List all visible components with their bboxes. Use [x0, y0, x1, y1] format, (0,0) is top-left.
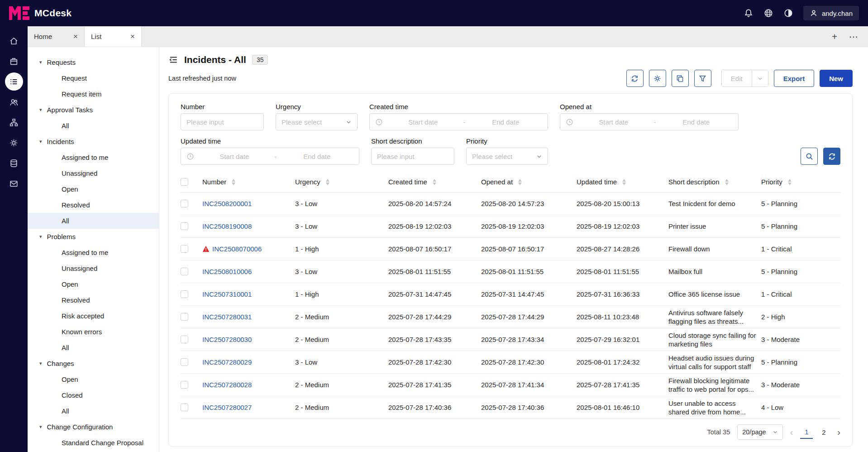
nav-item[interactable]: ▾ Problems [28, 229, 159, 245]
table-row[interactable]: INC2507280027 2 - Medium 2025-07-28 17:4… [181, 396, 840, 419]
sort-icon[interactable] [622, 179, 626, 185]
sort-icon[interactable] [326, 179, 329, 185]
tab[interactable]: Home × [28, 26, 85, 47]
sort-icon[interactable] [232, 179, 235, 185]
row-checkbox[interactable] [181, 268, 188, 275]
column-settings-button[interactable] [649, 70, 666, 87]
page-size-select[interactable]: 20/page [737, 424, 782, 440]
nav-item[interactable]: ▾ Change Configuration [28, 419, 159, 435]
sort-icon[interactable] [725, 179, 729, 185]
filter-opened-range[interactable]: Start date - End date [560, 113, 739, 130]
column-header-urgency[interactable]: Urgency [295, 178, 388, 186]
column-header-created[interactable]: Created time [388, 178, 481, 186]
row-checkbox[interactable] [181, 358, 188, 366]
incident-number-link[interactable]: INC2507310001 [202, 290, 252, 298]
rail-home-button[interactable] [5, 32, 23, 50]
language-globe-icon[interactable] [763, 8, 773, 18]
filter-button[interactable] [694, 70, 711, 87]
incident-number-link[interactable]: INC2507280029 [202, 358, 252, 366]
nav-item[interactable]: Risk accepted [28, 308, 159, 324]
export-button[interactable]: Export [774, 70, 815, 87]
rail-tasks-button[interactable] [5, 52, 23, 70]
nav-item[interactable]: ▾ Requests [28, 54, 159, 70]
rail-list-button[interactable] [5, 72, 23, 91]
nav-item[interactable]: Open [28, 181, 159, 197]
nav-item[interactable]: Unassigned [28, 165, 159, 181]
row-checkbox[interactable] [181, 245, 188, 253]
filter-description-input[interactable] [371, 148, 454, 165]
user-menu[interactable]: andy.chan [803, 6, 859, 20]
add-tab-icon[interactable]: + [832, 32, 837, 41]
row-checkbox[interactable] [181, 313, 188, 321]
filter-updated-range[interactable]: Start date - End date [181, 148, 359, 165]
table-row[interactable]: INC2508200001 3 - Low 2025-08-20 14:57:2… [181, 192, 840, 215]
nav-item[interactable]: Open [28, 276, 159, 292]
nav-item[interactable]: Assigned to me [28, 149, 159, 165]
rail-mail-button[interactable] [5, 174, 23, 192]
nav-item[interactable]: Resolved [28, 292, 159, 308]
table-row[interactable]: INC2507310001 1 - High 2025-07-31 14:47:… [181, 283, 840, 306]
collapse-panel-icon[interactable] [168, 55, 178, 65]
row-checkbox[interactable] [181, 404, 188, 411]
next-page-icon[interactable]: › [837, 428, 840, 437]
filter-priority-select[interactable]: Please select [466, 148, 548, 165]
incident-number-link[interactable]: INC2507280027 [202, 404, 252, 411]
tab-close-icon[interactable]: × [73, 33, 78, 40]
copy-button[interactable] [672, 70, 689, 87]
nav-item[interactable]: All [28, 340, 159, 356]
nav-item[interactable]: ▾ Incidents [28, 134, 159, 149]
table-row[interactable]: INC2508190008 3 - Low 2025-08-19 12:02:0… [181, 215, 840, 238]
nav-item[interactable]: All [28, 403, 159, 419]
tab-close-icon[interactable]: × [130, 33, 135, 40]
notifications-bell-icon[interactable] [744, 8, 754, 18]
nav-item[interactable]: Standard Change Proposal [28, 435, 159, 451]
sort-icon[interactable] [788, 179, 792, 185]
theme-contrast-icon[interactable] [783, 8, 793, 18]
nav-item[interactable]: Known errors [28, 324, 159, 340]
row-checkbox[interactable] [181, 200, 188, 207]
column-header-description[interactable]: Short description [668, 178, 761, 186]
incident-number-link[interactable]: INC2508010006 [202, 268, 252, 275]
column-header-updated[interactable]: Updated time [577, 178, 668, 186]
nav-item[interactable]: Assigned to me [28, 245, 159, 260]
filter-urgency-select[interactable]: Please select [276, 113, 358, 130]
page-number[interactable]: 1 [800, 425, 813, 439]
nav-item[interactable]: ▾ Changes [28, 356, 159, 371]
nav-item[interactable]: Open [28, 371, 159, 387]
search-button[interactable] [801, 148, 818, 165]
incident-number-link[interactable]: INC2507280030 [202, 336, 252, 343]
column-header-opened[interactable]: Opened at [481, 178, 577, 186]
rail-database-button[interactable] [5, 154, 23, 172]
table-row[interactable]: INC2507280030 2 - Medium 2025-07-28 17:4… [181, 328, 840, 351]
tab[interactable]: List × [85, 26, 142, 47]
nav-item[interactable]: Request item [28, 86, 159, 102]
edit-dropdown-icon[interactable] [752, 70, 768, 87]
nav-item[interactable]: All [28, 213, 159, 229]
rail-users-button[interactable] [5, 93, 23, 111]
column-header-number[interactable]: Number [202, 178, 295, 186]
sort-icon[interactable] [518, 179, 522, 185]
table-row[interactable]: INC2507280031 2 - Medium 2025-07-28 17:4… [181, 306, 840, 328]
edit-button[interactable]: Edit [722, 70, 752, 87]
nav-item[interactable]: Resolved [28, 197, 159, 213]
table-row[interactable]: INC2507280028 2 - Medium 2025-07-28 17:4… [181, 374, 840, 396]
filter-created-range[interactable]: Start date - End date [369, 113, 548, 130]
row-checkbox[interactable] [181, 290, 188, 298]
row-checkbox[interactable] [181, 222, 188, 230]
nav-item[interactable]: Unassigned [28, 260, 159, 276]
nav-item[interactable]: ▾ Approval Tasks [28, 102, 159, 118]
incident-number-link[interactable]: INC2508190008 [202, 222, 252, 230]
table-row[interactable]: INC2508070006 1 - High 2025-08-07 16:50:… [181, 238, 840, 260]
column-header-priority[interactable]: Priority [761, 178, 840, 186]
rail-hierarchy-button[interactable] [5, 113, 23, 131]
new-button[interactable]: New [820, 70, 853, 87]
sort-icon[interactable] [433, 179, 436, 185]
row-checkbox[interactable] [181, 336, 188, 343]
select-all-checkbox[interactable] [181, 178, 188, 186]
row-checkbox[interactable] [181, 381, 188, 389]
rail-settings-button[interactable] [5, 134, 23, 152]
nav-item[interactable]: Closed [28, 387, 159, 403]
filter-number-input[interactable] [181, 113, 264, 130]
incident-number-link[interactable]: INC2507280028 [202, 381, 252, 389]
reset-refresh-button[interactable] [823, 148, 840, 165]
